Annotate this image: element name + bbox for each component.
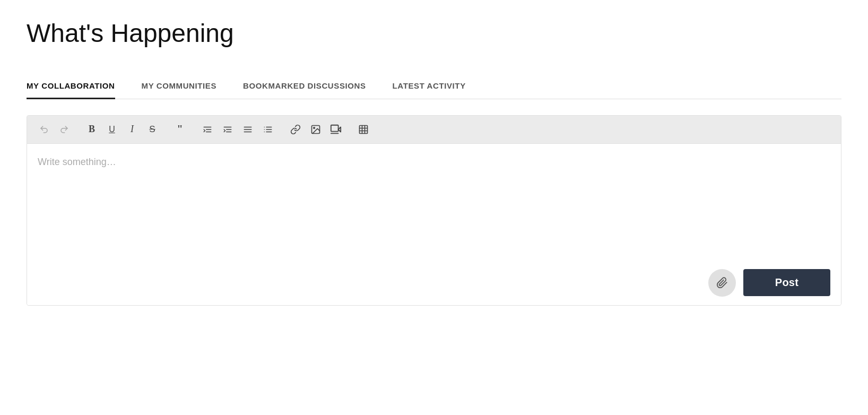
tabs-bar: MY COLLABORATION MY COMMUNITIES BOOKMARK…: [27, 81, 841, 99]
page-title: What's Happening: [27, 18, 841, 49]
image-button[interactable]: [307, 121, 324, 138]
tab-bookmarked-discussions[interactable]: BOOKMARKED DISCUSSIONS: [243, 81, 366, 99]
editor-toolbar: B U I S ": [27, 116, 841, 144]
attach-button[interactable]: [708, 269, 736, 297]
bold-button[interactable]: B: [83, 121, 100, 138]
underline-icon: U: [109, 125, 115, 134]
svg-rect-17: [331, 125, 338, 131]
list-button[interactable]: [259, 121, 276, 138]
underline-button[interactable]: U: [103, 121, 120, 138]
blockquote-icon: ": [177, 123, 183, 135]
post-button[interactable]: Post: [743, 269, 830, 296]
tab-my-collaboration[interactable]: MY COLLABORATION: [27, 81, 115, 99]
page-wrapper: What's Happening MY COLLABORATION MY COM…: [0, 0, 868, 327]
strikethrough-button[interactable]: S: [144, 121, 161, 138]
svg-point-16: [314, 127, 315, 128]
editor-placeholder: Write something…: [38, 157, 830, 168]
blockquote-button[interactable]: ": [171, 121, 188, 138]
link-button[interactable]: [287, 121, 304, 138]
strikethrough-icon: S: [149, 124, 155, 135]
media-button[interactable]: [327, 121, 344, 138]
paperclip-icon: [716, 277, 728, 289]
editor-container: B U I S ": [27, 115, 841, 306]
undo-button[interactable]: [36, 121, 53, 138]
italic-button[interactable]: I: [124, 121, 141, 138]
bold-icon: B: [89, 124, 95, 135]
indent-button[interactable]: [219, 121, 236, 138]
tab-my-communities[interactable]: MY COMMUNITIES: [142, 81, 216, 99]
tab-latest-activity[interactable]: LATEST ACTIVITY: [393, 81, 466, 99]
outdent-button[interactable]: [199, 121, 216, 138]
italic-icon: I: [131, 124, 134, 135]
svg-rect-20: [360, 125, 368, 133]
editor-body[interactable]: Write something…: [27, 144, 841, 261]
align-button[interactable]: [239, 121, 256, 138]
table-button[interactable]: [355, 121, 372, 138]
editor-footer: Post: [27, 261, 841, 305]
redo-button[interactable]: [56, 121, 73, 138]
